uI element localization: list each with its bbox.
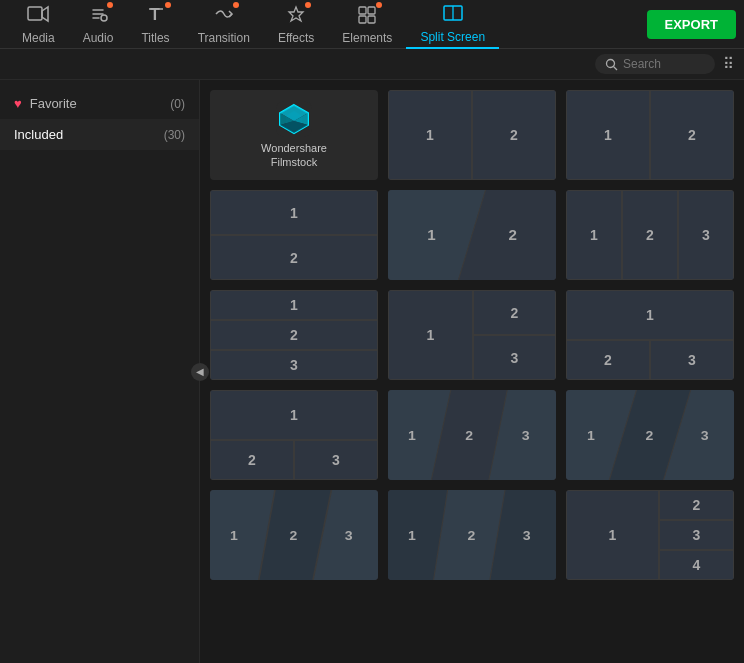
wondershare-card[interactable]: Wondershare Filmstock	[210, 90, 378, 180]
cell-3: 3	[659, 520, 734, 550]
nav-titles[interactable]: T Titles	[127, 0, 183, 49]
split-card-3diag-wide[interactable]: 1 2 3	[210, 490, 378, 580]
split-card-2diag[interactable]: 1 2	[388, 190, 556, 280]
svg-rect-7	[368, 16, 375, 23]
svg-text:3: 3	[523, 528, 531, 542]
cell-1: 1	[210, 290, 378, 320]
split-card-2h-v2[interactable]: 1 2	[566, 90, 734, 180]
sidebar-item-favorite[interactable]: ♥ Favorite (0)	[0, 88, 199, 119]
cell-2: 2	[210, 235, 378, 280]
svg-text:2: 2	[508, 228, 516, 243]
transition-icon	[213, 4, 235, 29]
favorite-count: (0)	[170, 97, 185, 111]
layout-2h-v2: 1 2	[566, 90, 734, 180]
cell-1: 1	[566, 190, 622, 280]
bottom-row: 2 3	[566, 340, 734, 380]
included-count: (30)	[164, 128, 185, 142]
split-card-2v[interactable]: 1 2	[210, 190, 378, 280]
layout-1t2b-asym: 1 2 3	[566, 290, 734, 380]
ws-logo-icon	[276, 101, 312, 137]
layout-2h: 1 2	[388, 90, 556, 180]
sidebar-included-label: Included	[14, 127, 63, 142]
nav-titles-label: Titles	[141, 31, 169, 45]
sidebar-item-included[interactable]: Included (30)	[0, 119, 199, 150]
cell-1: 1	[388, 90, 472, 180]
layout-1t2b-c: 1 2 3	[210, 390, 378, 480]
grid-view-icon[interactable]: ⠿	[723, 55, 734, 73]
svg-text:2: 2	[468, 528, 476, 542]
svg-text:2: 2	[465, 428, 473, 442]
svg-point-10	[607, 59, 615, 67]
wondershare-label: Wondershare Filmstock	[261, 141, 327, 170]
effects-dot	[305, 2, 311, 8]
sidebar: ♥ Favorite (0) Included (30) ◀	[0, 80, 200, 663]
cell-2: 2	[566, 340, 650, 380]
transition-dot	[233, 2, 239, 8]
svg-rect-4	[359, 7, 366, 14]
search-icon	[605, 58, 618, 71]
cell-2: 2	[472, 90, 556, 180]
cell-3: 3	[294, 440, 378, 480]
layout-1l2r: 1 2 3	[388, 290, 556, 380]
split-card-1t2b[interactable]: 1 2 3	[210, 390, 378, 480]
svg-text:3: 3	[522, 428, 530, 442]
cell-1: 1	[566, 490, 659, 580]
nav-transition[interactable]: Transition	[184, 0, 264, 49]
cell-4: 4	[659, 550, 734, 580]
cell-2: 2	[659, 490, 734, 520]
split-card-1l3r[interactable]: 1 2 3 4	[566, 490, 734, 580]
sidebar-collapse-arrow[interactable]: ◀	[191, 363, 209, 381]
svg-line-11	[614, 66, 618, 70]
svg-text:1: 1	[230, 528, 238, 542]
top-nav: Media Audio T Titles Tra	[0, 0, 744, 49]
search-bar-row: ⠿	[0, 49, 744, 80]
svg-text:1: 1	[408, 428, 416, 442]
split-card-3diag-svg: 1 2 3	[388, 390, 556, 480]
split-card-3diag-mid[interactable]: 1 2 3	[388, 490, 556, 580]
nav-elements[interactable]: Elements	[328, 0, 406, 49]
nav-audio-label: Audio	[83, 31, 114, 45]
nav-split-screen[interactable]: Split Screen	[406, 0, 499, 49]
split-card-3diag[interactable]: 1 2 3	[388, 390, 556, 480]
elements-dot	[376, 2, 382, 8]
cell-3: 3	[678, 190, 734, 280]
cell-3: 3	[650, 340, 734, 380]
split-card-3diag-v2[interactable]: 1 2 3	[566, 390, 734, 480]
main-layout: ♥ Favorite (0) Included (30) ◀	[0, 80, 744, 663]
svg-text:1: 1	[587, 428, 595, 442]
search-input[interactable]	[623, 57, 703, 71]
split-card-2h[interactable]: 1 2	[388, 90, 556, 180]
split-card-1l2r[interactable]: 1 2 3	[388, 290, 556, 380]
titles-dot	[165, 2, 171, 8]
svg-rect-0	[28, 7, 42, 20]
cell-2: 2	[650, 90, 734, 180]
audio-dot	[107, 2, 113, 8]
nav-transition-label: Transition	[198, 31, 250, 45]
bottom-row2: 2 3	[210, 440, 378, 480]
nav-media[interactable]: Media	[8, 0, 69, 49]
search-box[interactable]	[595, 54, 715, 74]
layout-1l3r: 1 2 3 4	[566, 490, 734, 580]
svg-text:3: 3	[701, 428, 709, 442]
svg-text:1: 1	[408, 528, 416, 542]
nav-effects[interactable]: Effects	[264, 0, 328, 49]
split-card-3diag-mid-svg: 1 2 3	[388, 490, 556, 580]
split-card-1t2b-asym[interactable]: 1 2 3	[566, 290, 734, 380]
split-card-3h[interactable]: 1 2 3	[566, 190, 734, 280]
svg-rect-6	[359, 16, 366, 23]
right-col: 2 3	[473, 290, 556, 380]
cell-1: 1	[210, 190, 378, 235]
cell-2: 2	[210, 320, 378, 350]
nav-effects-label: Effects	[278, 31, 314, 45]
cell-2: 2	[473, 290, 556, 335]
split-card-3v[interactable]: 1 2 3	[210, 290, 378, 380]
svg-rect-5	[368, 7, 375, 14]
cell-1: 1	[566, 90, 650, 180]
layout-3v: 1 2 3	[210, 290, 378, 380]
cell-1: 1	[388, 290, 473, 380]
nav-audio[interactable]: Audio	[69, 0, 128, 49]
heart-icon: ♥	[14, 96, 22, 111]
cell-3: 3	[473, 335, 556, 380]
export-button[interactable]: EXPORT	[647, 10, 736, 39]
split-card-3diag-v2-svg: 1 2 3	[566, 390, 734, 480]
